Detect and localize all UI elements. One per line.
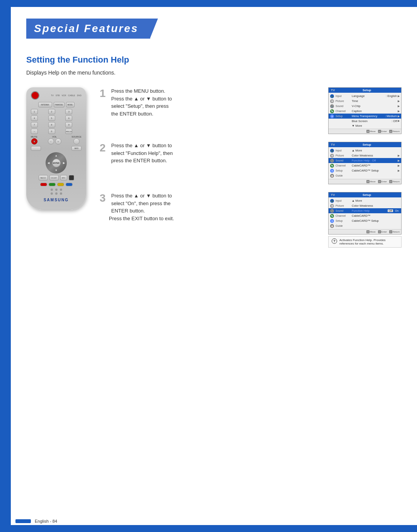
enter-button[interactable]: ENTER bbox=[52, 159, 61, 167]
btn-6[interactable]: 6 bbox=[65, 116, 72, 121]
menutrans-item: Menu Transparency bbox=[352, 114, 383, 118]
nav-right[interactable]: ▶ bbox=[63, 161, 65, 165]
fnmode-button[interactable]: FN/MODE bbox=[54, 102, 64, 107]
step-1-screen: TV Setup 📺 Input Language : English ▶ bbox=[328, 87, 402, 134]
time-item: Time bbox=[352, 99, 396, 103]
nav-up[interactable]: ▲ bbox=[55, 154, 58, 157]
nav-move-2: ✦ Move bbox=[366, 180, 376, 183]
sound-icon-2: 🔊 bbox=[330, 159, 334, 163]
btn-red[interactable] bbox=[40, 183, 47, 186]
btn-5[interactable]: 5 bbox=[48, 116, 55, 121]
picture-label-2: Picture bbox=[336, 154, 350, 157]
off-badge: Off bbox=[388, 209, 393, 212]
move-icon-1: ✦ bbox=[366, 130, 370, 133]
input-label: Input bbox=[336, 95, 350, 97]
btn-extra1[interactable] bbox=[31, 146, 41, 151]
btn-green[interactable] bbox=[49, 183, 56, 186]
tv-title-bar-1: TV Setup bbox=[329, 88, 401, 93]
btn-8[interactable]: 8 bbox=[48, 122, 55, 127]
more-item-2: ▲ More bbox=[352, 149, 400, 152]
btn-chlist[interactable]: CH.LIST bbox=[49, 175, 59, 180]
step-1-line-2: Press the ▲ or ▼ button to bbox=[111, 95, 320, 103]
antenna-button[interactable]: ANTENNA bbox=[38, 102, 52, 107]
setup-icon-3: ⚙ bbox=[330, 219, 334, 223]
return-label-3: Return bbox=[393, 231, 400, 233]
btn-extra2[interactable]: INFO bbox=[71, 146, 81, 151]
enter-label-3: Enter bbox=[381, 231, 387, 233]
btn-7[interactable]: 7 bbox=[31, 122, 38, 127]
step-3-row: 3 Press the ▲ or ▼ button to select "On"… bbox=[100, 192, 402, 248]
menu3-row-guide: 📋 Guide bbox=[329, 223, 401, 228]
tv-label-2: TV bbox=[331, 143, 335, 146]
step-1-line-3: select "Setup", then press bbox=[111, 102, 320, 110]
nav-move-1: ✦ Move bbox=[366, 130, 376, 133]
bluescreen-item: Blue Screen bbox=[352, 119, 390, 123]
nav-enter-2: ↵ Enter bbox=[378, 180, 387, 183]
source-button[interactable] bbox=[73, 138, 80, 144]
ccs-arr: ▶ bbox=[398, 169, 400, 172]
functionhelp-item: Function Help : Off bbox=[352, 159, 396, 162]
menu3-row-more: 📺 Input ▲ More bbox=[329, 198, 401, 203]
dots-line-2 bbox=[51, 192, 62, 195]
help-circle-icon: ? bbox=[332, 238, 337, 244]
time-arr: ▶ bbox=[398, 100, 400, 103]
guide-icon-3: 📋 bbox=[330, 224, 334, 228]
input-label-2: Input bbox=[336, 149, 350, 152]
btn-prech[interactable]: PRE-CH bbox=[65, 129, 72, 134]
tv-nav-bar-3: ✦ Move ↵ Enter ↩ Return bbox=[329, 229, 401, 234]
move-label-2: Move bbox=[370, 180, 376, 183]
power-button[interactable] bbox=[31, 91, 39, 100]
vcr-label: VCR bbox=[62, 94, 66, 97]
btn-1[interactable]: 1 bbox=[31, 109, 38, 114]
more-item-1: ▼ More bbox=[352, 124, 400, 127]
help-note-text: Activates Function Help. Provides refere… bbox=[339, 238, 398, 245]
btn-blue[interactable] bbox=[66, 183, 73, 186]
step-3-line-2: select "On", then press the bbox=[111, 200, 320, 207]
samsung-logo: SAMSUNG bbox=[31, 198, 81, 202]
step-3-text: Press the ▲ or ▼ button to select "On", … bbox=[111, 192, 320, 215]
sound-label-2: Sound bbox=[336, 159, 350, 162]
dot5 bbox=[55, 192, 58, 195]
btn-2[interactable]: 2 bbox=[48, 109, 55, 114]
vol-up[interactable]: + bbox=[55, 138, 61, 144]
menu-row-more1: ▼ More bbox=[329, 123, 401, 128]
btn-dash[interactable]: – bbox=[31, 129, 38, 134]
btn-4[interactable]: 4 bbox=[31, 116, 38, 121]
return-icon-2: ↩ bbox=[389, 180, 392, 183]
mute-label: MUTE bbox=[31, 136, 37, 138]
nav-return-3: ↩ Return bbox=[389, 230, 400, 233]
menu-row-vchip: 🔊 Sound V-Chip ▶ bbox=[329, 104, 401, 109]
btn-favch[interactable]: FAV.CH bbox=[39, 175, 48, 180]
step-1-inner: 1 Press the MENU button. Press the ▲ or … bbox=[100, 87, 320, 117]
functionhelp-item-3: Function Help bbox=[352, 209, 386, 212]
step-2-number: 2 bbox=[100, 143, 107, 153]
btn-yellow[interactable] bbox=[57, 183, 64, 186]
ccs-arrow: ▶ bbox=[398, 169, 400, 172]
setup-label-3: Setup bbox=[336, 219, 350, 222]
btn-pip[interactable] bbox=[69, 175, 74, 180]
menu2-row-more: 📺 Input ▲ More bbox=[329, 148, 401, 153]
nav-left[interactable]: ◀ bbox=[47, 161, 49, 165]
picture-icon-2: 🖼 bbox=[330, 154, 334, 158]
vchip-item: V-Chip bbox=[352, 104, 396, 108]
btn-0[interactable]: 0 bbox=[48, 129, 55, 134]
vchip-arrow: ▶ bbox=[398, 105, 400, 108]
more-item-3: ▲ More bbox=[352, 199, 400, 202]
btn-9[interactable]: 9 bbox=[65, 122, 72, 127]
tv-label: TV bbox=[51, 94, 54, 97]
enter-icon-1: ↵ bbox=[378, 130, 381, 133]
btn-mts[interactable]: MTS bbox=[60, 175, 67, 180]
mute-button[interactable]: 🔇 bbox=[31, 138, 37, 144]
ir-dots bbox=[31, 189, 81, 195]
caption-arrow: ▶ bbox=[398, 110, 400, 113]
cw-arr: ▶ bbox=[398, 154, 400, 157]
nav-down[interactable]: ▼ bbox=[55, 169, 58, 172]
extra-buttons-row: INFO bbox=[31, 146, 81, 151]
lang-arrow: ▶ bbox=[398, 95, 400, 98]
mode-button[interactable]: MODE bbox=[66, 102, 75, 107]
vol-down[interactable]: − bbox=[48, 138, 54, 144]
device-labels: TV STB VCR CABLE DVD bbox=[51, 94, 81, 97]
setup-title-1: Setup bbox=[363, 88, 371, 92]
step-2-content: 2 Press the ▲ or ▼ button to select "Fun… bbox=[100, 142, 320, 165]
btn-3[interactable]: 3 bbox=[65, 109, 72, 114]
